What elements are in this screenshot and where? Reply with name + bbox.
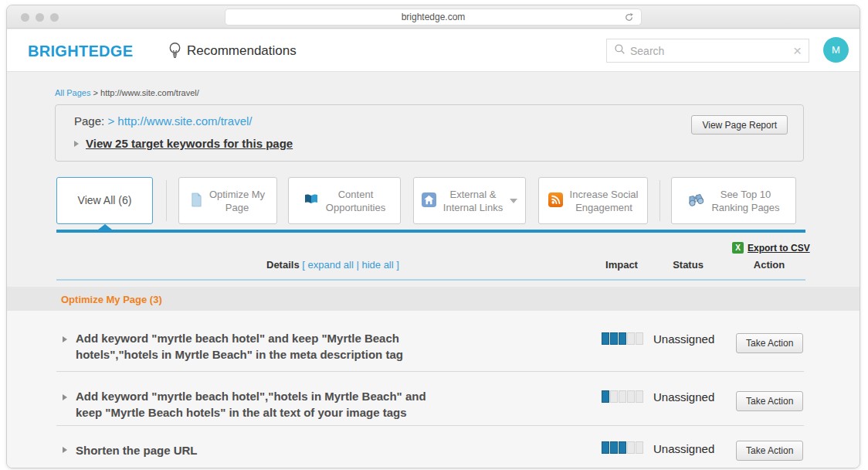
binoculars-icon	[687, 192, 704, 209]
details-column-header: Details [ expand all | hide all ]	[266, 259, 399, 271]
refresh-icon[interactable]	[624, 12, 634, 25]
search-box[interactable]: ×	[606, 39, 809, 63]
hide-all-link[interactable]: hide all	[361, 259, 393, 271]
expand-arrow-icon[interactable]	[63, 394, 67, 400]
active-tab-pointer-icon	[98, 224, 112, 230]
chevron-down-icon[interactable]	[510, 199, 517, 203]
table-header-divider	[56, 279, 805, 281]
avatar[interactable]: M	[823, 37, 849, 63]
impact-meter	[602, 441, 643, 454]
page-url-link[interactable]: > http://www.site.com/travel/	[107, 114, 252, 128]
impact-column-header: Impact	[598, 259, 645, 271]
table-row: Add keyword "myrtle beach hotel","hotels…	[7, 372, 860, 426]
impact-meter	[602, 390, 643, 403]
section-title: Optimize My Page (3)	[61, 294, 162, 305]
home-icon	[422, 192, 436, 209]
take-action-button[interactable]: Take Action	[736, 391, 803, 411]
breadcrumb-separator: >	[93, 88, 98, 97]
window-zoom-icon[interactable]	[50, 13, 59, 22]
status-value: Unassigned	[653, 390, 714, 404]
breadcrumb-all-pages-link[interactable]: All Pages	[55, 88, 90, 97]
address-bar-url[interactable]: brightedge.com	[402, 12, 466, 22]
browser-titlebar: brightedge.com	[7, 5, 860, 29]
export-to-csv-link[interactable]: X Export to CSV	[732, 242, 810, 254]
status-value: Unassigned	[653, 442, 714, 455]
action-column-header: Action	[746, 259, 792, 271]
status-value: Unassigned	[653, 332, 714, 346]
recommendation-text: Add keyword "myrtle beach hotel" and kee…	[76, 330, 531, 363]
impact-meter	[602, 332, 643, 345]
window-controls[interactable]	[21, 13, 59, 22]
tab-increase-social-engagement[interactable]: Increase Social Engagement	[538, 177, 648, 224]
search-icon	[614, 43, 626, 58]
status-column-header: Status	[665, 259, 711, 271]
expand-arrow-icon[interactable]	[74, 141, 79, 147]
breadcrumb-current: http://www.site.com/travel/	[100, 88, 199, 97]
take-action-button[interactable]: Take Action	[736, 333, 803, 353]
book-icon	[303, 193, 319, 208]
view-page-report-button[interactable]: View Page Report	[691, 115, 788, 135]
tabs-accent-bar	[56, 230, 805, 233]
tab-content-opportunities[interactable]: Content Opportunities	[288, 177, 401, 224]
window-minimize-icon[interactable]	[36, 13, 44, 22]
tab-divider	[659, 180, 660, 221]
app-header: BRIGHTEDGE Recommendations × M	[7, 29, 860, 72]
table-row: Add keyword "myrtle beach hotel" and kee…	[7, 311, 860, 372]
tab-external-internal-links[interactable]: External & Internal Links	[413, 177, 526, 224]
page-info-panel: Page: > http://www.site.com/travel/ View…	[55, 104, 804, 162]
address-bar[interactable]: brightedge.com	[225, 9, 642, 26]
tab-optimize-my-page[interactable]: Optimize My Page	[178, 177, 277, 224]
section-header: Optimize My Page (3)	[7, 287, 860, 311]
page-title: Recommendations	[187, 43, 297, 59]
browser-window: brightedge.com BRIGHTEDGE Recommendation…	[6, 5, 860, 468]
recommendation-text: Add keyword "myrtle beach hotel","hotels…	[76, 388, 531, 421]
close-icon[interactable]: ×	[793, 43, 802, 58]
excel-icon: X	[732, 242, 744, 254]
tab-divider	[166, 180, 167, 221]
window-close-icon[interactable]	[21, 13, 29, 22]
tab-see-top-10-ranking-pages[interactable]: See Top 10 Ranking Pages	[671, 177, 796, 224]
view-keywords-link[interactable]: View 25 target keywords for this page	[86, 137, 293, 150]
screenshot-stage: brightedge.com BRIGHTEDGE Recommendation…	[0, 0, 868, 470]
table-row: Shorten the page URL Unassigned Take Act…	[7, 426, 860, 468]
document-icon	[191, 192, 202, 209]
lightbulb-icon	[167, 41, 183, 63]
search-input[interactable]	[630, 45, 788, 57]
rss-icon	[548, 192, 563, 209]
expand-arrow-icon[interactable]	[63, 336, 67, 342]
page-label: Page:	[74, 114, 104, 128]
recommendation-text: Shorten the page URL	[76, 442, 531, 458]
breadcrumb: All Pages > http://www.site.com/travel/	[55, 88, 199, 97]
tab-view-all[interactable]: View All (6)	[56, 177, 153, 224]
brightedge-logo[interactable]: BRIGHTEDGE	[28, 43, 133, 60]
take-action-button[interactable]: Take Action	[736, 441, 803, 461]
expand-all-link[interactable]: expand all	[308, 259, 354, 271]
expand-arrow-icon[interactable]	[63, 447, 67, 453]
